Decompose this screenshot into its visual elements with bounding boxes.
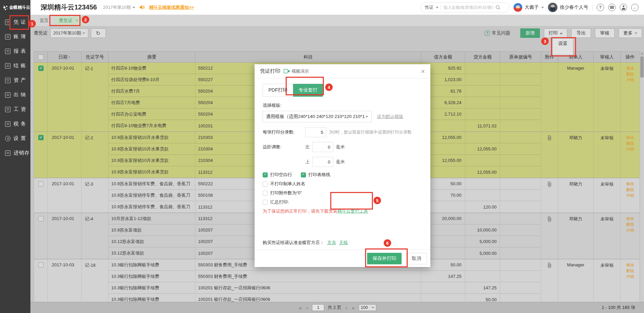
cancel-button[interactable]: 取消: [406, 253, 427, 264]
action-删除[interactable]: 删除: [621, 268, 640, 274]
action-冲销[interactable]: 冲销: [621, 193, 640, 198]
margin-top-input[interactable]: [312, 157, 333, 167]
checkbox-icon[interactable]: [301, 172, 306, 177]
col-header-auditor[interactable]: 审核人: [594, 52, 621, 62]
col-header-subject[interactable]: 科目: [195, 52, 421, 62]
col-header-credit[interactable]: 贷方金额: [465, 52, 500, 62]
template-select[interactable]: 通用模板（适用240*140 240*120 210*120 210*1: [263, 111, 372, 122]
action-冲销[interactable]: 冲销: [621, 274, 640, 280]
close-icon[interactable]: ×: [421, 68, 425, 75]
tab-pro-print[interactable]: 专业套打: [293, 84, 323, 97]
sidebar-item-inventory[interactable]: 进销存: [0, 146, 30, 160]
next-page-icon[interactable]: ›: [345, 305, 348, 311]
margin-left-input[interactable]: [312, 142, 333, 152]
attachment-cell[interactable]: [541, 178, 558, 213]
attachment-cell[interactable]: [541, 259, 558, 305]
print-option[interactable]: 打印空白行: [263, 172, 292, 178]
sidebar-item-closing[interactable]: 结 账: [0, 58, 30, 73]
user-menu-primary[interactable]: 大酱子: [514, 3, 544, 12]
col-header-actions[interactable]: 操作: [621, 52, 640, 62]
voucher-checkbox[interactable]: [38, 135, 44, 140]
action-冲销[interactable]: 冲销: [621, 146, 640, 152]
tab-首页[interactable]: 首页: [34, 15, 54, 26]
user-menu-secondary[interactable]: 徐少春个人号: [548, 3, 588, 12]
period-select[interactable]: 2017年第10期: [50, 28, 88, 38]
print-option[interactable]: 打印表格线: [301, 172, 330, 178]
action-修改[interactable]: 修改: [621, 135, 640, 141]
help-icon[interactable]: ?: [597, 4, 604, 11]
voucher-checkbox[interactable]: [38, 66, 44, 71]
prev-page-icon[interactable]: ‹: [306, 305, 309, 311]
sidebar-item-cashier[interactable]: 出 纳: [0, 88, 30, 102]
save-and-print-button[interactable]: 保存并打印: [367, 253, 402, 264]
sidebar-item-settings[interactable]: 设 置: [0, 131, 30, 146]
search-category[interactable]: 凭证: [425, 4, 433, 10]
tab-overflow-icon[interactable]: [86, 20, 89, 23]
checkbox-icon[interactable]: [263, 200, 268, 205]
col-header-orig_no[interactable]: 原单据编号: [500, 52, 541, 62]
search-input[interactable]: [444, 5, 493, 10]
sidebar-item-assets[interactable]: 资 产: [0, 73, 30, 88]
action-修改[interactable]: 修改: [621, 216, 640, 222]
print-tool-download-link[interactable]: 精斗云套打工具: [337, 209, 368, 214]
action-修改[interactable]: 修改: [621, 262, 640, 268]
set-default-template-link[interactable]: 设为默认模版: [377, 114, 403, 120]
voucher-checkbox[interactable]: [38, 262, 44, 268]
export-button[interactable]: 导出: [571, 28, 591, 38]
tab-查凭证[interactable]: 查凭证×: [54, 15, 82, 26]
action-修改[interactable]: 修改: [621, 66, 640, 71]
action-删除[interactable]: 删除: [621, 141, 640, 146]
action-删除[interactable]: 删除: [621, 222, 640, 227]
checkbox-icon[interactable]: [263, 191, 268, 196]
voucher-checkbox[interactable]: [38, 216, 44, 221]
voucher-checkbox[interactable]: [38, 181, 44, 187]
sidebar-item-payroll[interactable]: 工 资: [0, 102, 30, 117]
refresh-button[interactable]: ↻: [91, 28, 106, 38]
video-demo-link[interactable]: 视频演示: [284, 68, 309, 74]
close-tab-icon[interactable]: ×: [76, 18, 78, 23]
last-page-icon[interactable]: »: [351, 305, 355, 311]
action-删除[interactable]: 删除: [621, 187, 640, 193]
tmall-link[interactable]: 天猫: [339, 240, 348, 246]
print-option[interactable]: 汇总打印:: [263, 199, 289, 205]
scroll-up-icon[interactable]: ▲: [640, 51, 644, 56]
global-search[interactable]: 凭证: [420, 2, 509, 13]
faq-link[interactable]: ? 常见问题: [485, 30, 510, 36]
period-dropdown[interactable]: 2017年第10期: [103, 4, 135, 10]
col-header-voucher_no[interactable]: 凭证字号: [81, 52, 109, 62]
col-header-debit[interactable]: 借方金额: [421, 52, 465, 62]
entries-input[interactable]: [305, 127, 326, 137]
support-icon[interactable]: ☎: [608, 4, 616, 11]
vertical-scrollbar[interactable]: ▲: [640, 51, 644, 302]
scrollbar-thumb[interactable]: [640, 56, 644, 77]
renewal-notice-link[interactable]: 精斗云续签优惠通知>>: [149, 4, 194, 10]
action-修改[interactable]: 修改: [621, 181, 640, 187]
sidebar-item-voucher[interactable]: 凭 证: [0, 15, 30, 29]
attachment-cell[interactable]: [541, 132, 558, 178]
sidebar-item-reports[interactable]: 报 表: [0, 44, 30, 58]
print-option[interactable]: 打印附件数为“0”: [263, 190, 302, 196]
action-冲销[interactable]: 冲销: [621, 77, 640, 83]
col-header-date[interactable]: 日期↑: [48, 52, 81, 62]
page-size-select[interactable]: 100: [359, 304, 376, 311]
print-menu-settings[interactable]: 设置: [552, 38, 573, 55]
tab-pdf-print[interactable]: PDF打印: [263, 84, 293, 97]
logout-icon[interactable]: ←: [631, 4, 639, 11]
checkbox-icon[interactable]: [263, 172, 268, 177]
profile-icon[interactable]: [620, 4, 627, 11]
first-page-icon[interactable]: «: [298, 305, 302, 311]
col-header-summary[interactable]: 摘要: [109, 52, 195, 62]
sidebar-item-tax[interactable]: 税 务: [0, 117, 30, 131]
print-option[interactable]: 不打印制单人姓名: [263, 181, 305, 187]
print-button[interactable]: 打印: [544, 28, 567, 38]
action-删除[interactable]: 删除: [621, 71, 640, 77]
audit-button[interactable]: 审核: [595, 28, 615, 38]
more-button[interactable]: 更多: [619, 28, 642, 38]
select-all-checkbox[interactable]: [34, 52, 48, 62]
checkbox-icon[interactable]: [263, 182, 268, 187]
page-input[interactable]: [312, 304, 324, 311]
action-冲销[interactable]: 冲销: [621, 227, 640, 233]
attachment-cell[interactable]: [541, 213, 558, 259]
jd-link[interactable]: 京东: [327, 240, 336, 246]
sidebar-item-books[interactable]: 账 簿: [0, 29, 30, 44]
